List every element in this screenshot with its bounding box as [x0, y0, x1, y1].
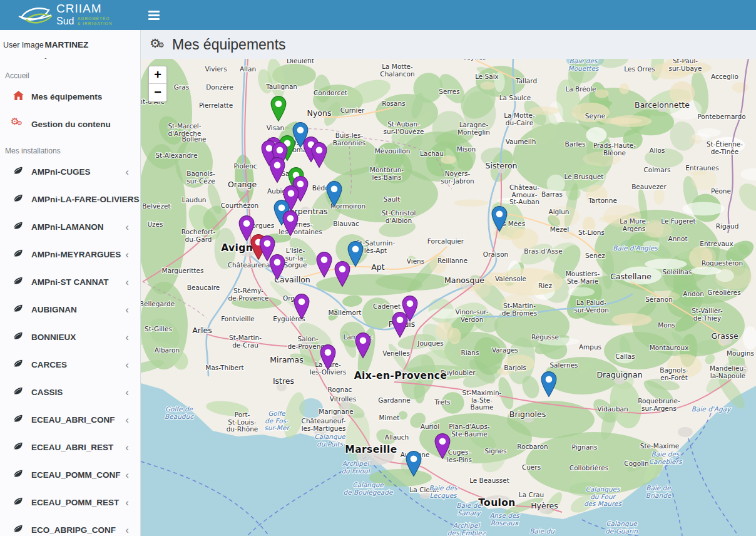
content-header: ⚙⚙ Mes équipements [141, 30, 756, 59]
map-place-label: Rocbaron [517, 443, 548, 450]
sidebar-item-label: BONNIEUX [31, 332, 125, 342]
sidebar-toggle-hamburger-icon[interactable] [148, 9, 165, 21]
map-place-label: Châteaurenard [228, 261, 277, 269]
map-place-label: Donzère [206, 83, 233, 91]
chevron-left-icon: ‹ [125, 249, 133, 260]
leaf-icon [11, 276, 25, 288]
gears-icon: ⚙⚙ [11, 118, 25, 130]
sidebar-item-eceau-abri-conf[interactable]: ECEAU_ABRI_CONF‹ [0, 406, 140, 433]
map-place-label: Calanquede Guarin [605, 520, 638, 535]
zoom-in-button[interactable]: + [149, 66, 166, 84]
map-place-label: Apt [371, 262, 384, 272]
map-place-label: Riez [538, 282, 553, 289]
leaf-icon [11, 497, 25, 508]
map-place-label: Grasse [711, 331, 738, 341]
sidebar-item-eceau-pomm-conf[interactable]: ECEAU_POMM_CONF‹ [0, 461, 140, 488]
sidebar-item-ampni-st-cannat[interactable]: AMPni-ST CANNAT‹ [0, 268, 140, 296]
sidebar-item-aubignan[interactable]: AUBIGNAN‹ [0, 296, 140, 323]
map-place-label: Sault [384, 195, 401, 203]
sidebar-item-ampni-lamanon[interactable]: AMPni-LAMANON‹ [0, 213, 140, 240]
map-place-label: Rians [461, 349, 479, 356]
map-place-label: Blauvac [333, 220, 359, 227]
map-zoom-control: + − [148, 66, 167, 102]
sidebar-item-label: AMPni-CUGES [31, 167, 125, 177]
map-place-label: Tartonne [588, 197, 617, 204]
map-place-label: Ampus [579, 343, 601, 351]
map-place-label: St-Alexandre [155, 152, 197, 159]
leaf-icon [11, 524, 25, 536]
sidebar-item-label: ECEAU_POMM_CONF [31, 470, 125, 480]
map-place-label: Baie desMouettes [568, 59, 600, 72]
map-place-label: Archipeldu Frioul [341, 460, 370, 475]
map-place-label: Marseille [345, 444, 397, 455]
map-place-label: Veynes [462, 59, 486, 61]
chevron-left-icon: ‹ [125, 167, 133, 177]
map-place-label: St-Gilles [145, 325, 172, 332]
sidebar-menu: AccueilMes équipements⚙⚙Gestion du conte… [0, 63, 140, 536]
map-place-label: Sisteron [486, 161, 518, 170]
map-place-label: Dieulefit [287, 59, 314, 64]
sidebar-item-ampni-cuges[interactable]: AMPni-CUGES‹ [0, 158, 140, 185]
sidebar-item-carces[interactable]: CARCES‹ [0, 351, 140, 378]
map-canvas[interactable]: VeynesDieulefitViviersAllanLa Motte-Chal… [141, 59, 756, 536]
chevron-left-icon: ‹ [125, 525, 133, 535]
leaf-icon [11, 304, 25, 316]
map-place-label: Bagnols-sur-Cèze [186, 170, 215, 185]
chevron-left-icon: ‹ [125, 387, 133, 398]
map-place-label: Nyons [307, 108, 332, 118]
map-place-label: Péone [711, 187, 731, 195]
map-place-label: Régusse [531, 333, 559, 341]
map-place-label: Plan-d'Aups-Ste-Baume [449, 423, 490, 438]
map-place-label: La Mure-Argens [620, 217, 648, 232]
map-place-label: St-Martin-de-Brômes [502, 302, 537, 317]
map-place-label: St-Christold'Albion [382, 209, 416, 224]
map-place-label: Baie d'Agay [692, 405, 732, 413]
sidebar-item-label: ECEAU_ABRI_REST [31, 443, 125, 452]
map-place-label: Le Brusquet [564, 173, 603, 180]
sidebar-item-label: ECEAU_POMM_REST [31, 498, 125, 507]
sidebar-item-label: CASSIS [31, 388, 125, 397]
map-place-label: La Motte-Chalancon [380, 63, 414, 78]
sidebar-item-eceau-pomm-rest[interactable]: ECEAU_POMM_REST‹ [0, 488, 140, 516]
user-panel: User ImageMARTINEZ - [0, 30, 140, 63]
leaf-icon [11, 386, 25, 398]
map-place-label: Les Orres [624, 65, 655, 73]
map-place-label: Marignane [319, 408, 354, 415]
sidebar-item-ampni-meyrargues[interactable]: AMPni-MEYRARGUES‹ [0, 240, 140, 268]
equipment-map[interactable]: + − VeynesDieulefitViviersAllanLa Motte-… [141, 59, 756, 536]
content-area: ⚙⚙ Mes équipements + − VeynesDieulefitVi… [141, 30, 756, 536]
map-place-label: Roquestéron [702, 259, 743, 267]
map-place-label: Mévouillon [375, 147, 411, 155]
map-place-label: Moustiers-Ste-Marie [566, 270, 600, 285]
sidebar-item-cassis[interactable]: CASSIS‹ [0, 378, 140, 406]
map-place-label: Séranon [645, 296, 673, 303]
map-place-label: Tallard [515, 77, 537, 85]
chevron-left-icon: ‹ [125, 470, 133, 480]
map-place-label: Viviers [205, 65, 227, 73]
sidebar-item-bonnieux[interactable]: BONNIEUX‹ [0, 323, 140, 351]
map-place-label: Golfe deBeauduc [165, 405, 194, 420]
user-status-link[interactable]: - [44, 54, 137, 61]
criiam-sud-logo[interactable]: CRIIAM Sud AGROMÉTÉO & IRRIGATION [18, 1, 143, 30]
map-place-label: Courthézon [221, 202, 259, 209]
home-icon [11, 91, 25, 103]
map-place-label: Mas-Thibert [205, 364, 243, 371]
chevron-left-icon: ‹ [125, 304, 133, 315]
map-place-label: Rochefort-du-Gard [181, 228, 216, 243]
zoom-out-button[interactable]: − [149, 84, 166, 101]
sidebar-item-label: CARCES [31, 360, 125, 369]
map-place-label: Jouques [417, 339, 443, 347]
chevron-left-icon: ‹ [125, 277, 133, 287]
sidebar-item-mes-quipements[interactable]: Mes équipements [0, 83, 140, 110]
map-place-label: Rognac [328, 386, 352, 393]
leaf-icon [11, 221, 25, 233]
map-place-label: Château-Arnoux-St-Auban [509, 183, 539, 205]
sidebar-item-gestion-du-contenu[interactable]: ⚙⚙Gestion du contenu [0, 110, 140, 138]
map-place-label: Signes [485, 447, 507, 455]
map-place-label: Entraunes [685, 164, 718, 172]
map-place-label: Belvézet [142, 202, 170, 210]
sidebar-item-label: AMPni-ST CANNAT [31, 277, 125, 287]
sidebar-item-eceau-abri-rest[interactable]: ECEAU_ABRI_REST‹ [0, 433, 140, 461]
sidebar-item-eco-abripg-conf[interactable]: ECO_ABRIPG_CONF‹ [0, 516, 140, 536]
sidebar-item-ampni-la-fare-oliviers[interactable]: AMPni-LA-FARE-OLIVIERS‹ [0, 185, 140, 213]
